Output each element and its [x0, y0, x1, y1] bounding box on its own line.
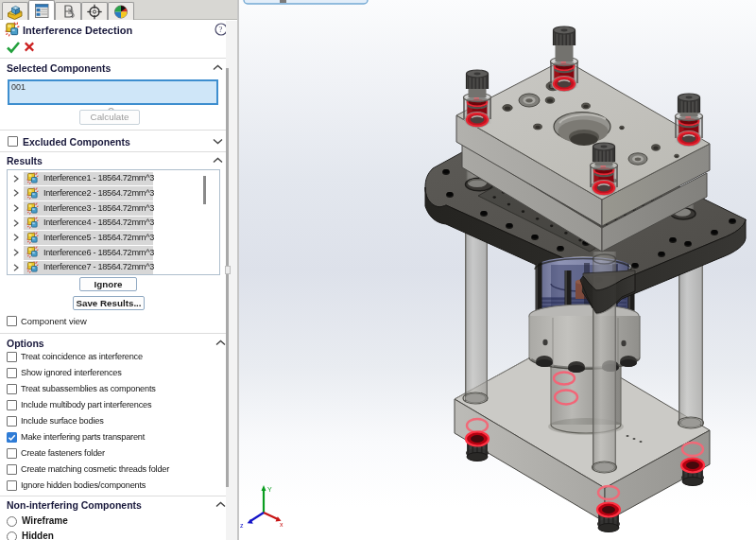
svg-text:Y: Y	[267, 486, 272, 493]
svg-text:x: x	[280, 521, 284, 528]
svg-text:z: z	[240, 522, 244, 529]
svg-text:?: ?	[219, 25, 223, 34]
